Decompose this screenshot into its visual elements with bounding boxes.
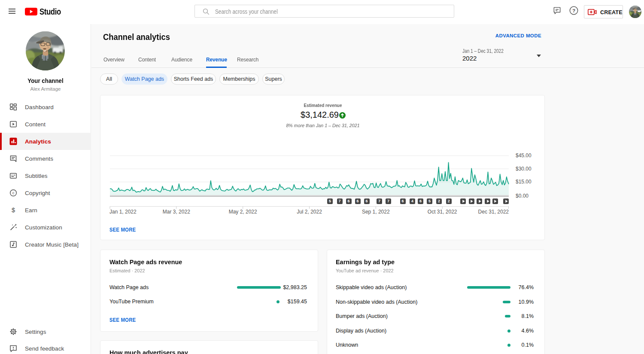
- svg-text:c: c: [12, 190, 15, 195]
- svg-text:?: ?: [572, 8, 575, 14]
- svg-text:$: $: [12, 207, 15, 214]
